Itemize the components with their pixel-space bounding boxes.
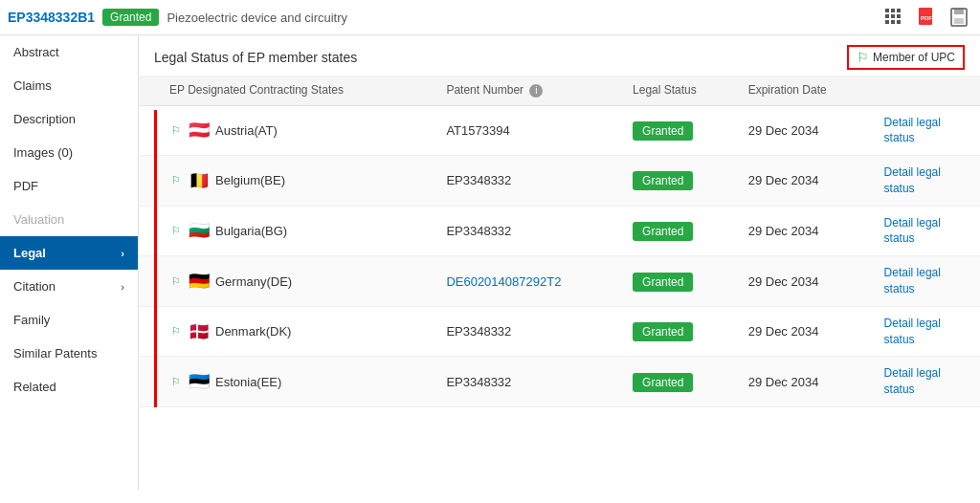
granted-status-badge: Granted: [633, 322, 693, 341]
sidebar-item-similar-patents[interactable]: Similar Patents: [0, 337, 138, 370]
legal-status-cell: Granted: [623, 206, 739, 256]
sidebar-item-description[interactable]: Description: [0, 102, 138, 136]
legal-status-cell: Granted: [623, 105, 739, 156]
granted-badge: Granted: [102, 9, 159, 26]
svg-rect-6: [885, 20, 889, 24]
country-flag: 🇧🇬: [189, 220, 210, 241]
upc-badge: ⚐ Member of UPC: [847, 45, 965, 70]
legal-status-cell: Granted: [623, 256, 739, 307]
sidebar-item-pdf[interactable]: PDF: [0, 169, 138, 203]
sidebar-item-related[interactable]: Related: [0, 370, 138, 404]
svg-rect-2: [897, 9, 901, 12]
sidebar-label-images: Images (0): [13, 145, 73, 160]
detail-link-cell[interactable]: Detail legalstatus: [875, 156, 980, 207]
col-header-patent-number: Patent Number i: [436, 76, 623, 105]
sidebar-label-similar-patents: Similar Patents: [13, 346, 97, 361]
pdf-icon[interactable]: PDF: [913, 4, 940, 31]
granted-status-badge: Granted: [633, 222, 693, 241]
sidebar-item-citation[interactable]: Citation ›: [0, 270, 138, 303]
header-icons: PDF: [880, 4, 972, 31]
svg-rect-7: [891, 20, 895, 24]
country-cell: ⚐🇪🇪Estonia(EE): [139, 357, 436, 407]
svg-rect-5: [897, 14, 901, 18]
sidebar-label-related: Related: [13, 380, 56, 394]
sidebar-item-legal[interactable]: Legal ›: [0, 236, 138, 270]
detail-legal-status-link[interactable]: Detail legalstatus: [884, 165, 941, 195]
sidebar-item-family[interactable]: Family: [0, 303, 138, 337]
patent-number-cell[interactable]: DE602014087292T2: [436, 256, 623, 307]
legal-status-cell: Granted: [623, 306, 739, 357]
patent-number-cell: EP3348332: [436, 206, 623, 256]
upc-marker-icon: ⚐: [171, 325, 181, 338]
sidebar-item-claims[interactable]: Claims: [0, 69, 138, 102]
table-row: ⚐🇩🇰Denmark(DK)EP3348332Granted29 Dec 203…: [139, 306, 980, 357]
main-content: Legal Status of EP member states ⚐ Membe…: [139, 35, 980, 491]
sidebar-label-pdf: PDF: [13, 179, 38, 193]
detail-legal-status-link[interactable]: Detail legalstatus: [884, 366, 941, 396]
country-cell: ⚐🇦🇹Austria(AT): [139, 105, 436, 156]
country-flag: 🇪🇪: [189, 371, 210, 392]
expiration-date: 29 Dec 2034: [748, 375, 819, 389]
country-cell: ⚐🇩🇪Germany(DE): [139, 256, 436, 307]
patent-id: EP3348332B1: [8, 10, 95, 25]
col-header-legal-status: Legal Status: [623, 76, 739, 105]
detail-legal-status-link[interactable]: Detail legalstatus: [884, 266, 941, 295]
detail-link-cell[interactable]: Detail legalstatus: [875, 256, 980, 307]
expiration-cell: 29 Dec 2034: [739, 156, 875, 207]
legal-status-cell: Granted: [623, 357, 739, 407]
sidebar-item-images[interactable]: Images (0): [0, 136, 138, 169]
upc-marker-icon: ⚐: [171, 124, 181, 137]
expiration-cell: 29 Dec 2034: [739, 206, 875, 256]
patent-number-cell: EP3348332: [436, 156, 623, 207]
svg-rect-8: [897, 20, 901, 24]
sidebar-item-valuation[interactable]: Valuation: [0, 203, 138, 236]
main-header: Legal Status of EP member states ⚐ Membe…: [139, 35, 980, 76]
country-cell: ⚐🇧🇬Bulgaria(BG): [139, 206, 436, 256]
main-title: Legal Status of EP member states: [154, 50, 357, 65]
info-icon[interactable]: i: [529, 84, 543, 98]
grid-icon[interactable]: [880, 4, 907, 31]
country-cell: ⚐🇩🇰Denmark(DK): [139, 306, 436, 357]
upc-marker-icon: ⚐: [171, 376, 181, 388]
sidebar-item-abstract[interactable]: Abstract: [0, 35, 138, 69]
expiration-date: 29 Dec 2034: [748, 224, 819, 238]
sidebar: Abstract Claims Description Images (0) P…: [0, 35, 139, 491]
detail-link-cell[interactable]: Detail legalstatus: [875, 206, 980, 256]
upc-flag-icon: ⚐: [857, 50, 869, 65]
detail-link-cell[interactable]: Detail legalstatus: [875, 306, 980, 357]
upc-marker-icon: ⚐: [171, 174, 181, 186]
upc-marker-icon: ⚐: [171, 225, 181, 237]
country-name: Denmark(DK): [215, 324, 291, 339]
svg-rect-12: [954, 9, 964, 14]
legal-status-table-container: EP Designated Contracting States Patent …: [139, 76, 980, 407]
page-header: EP3348332B1 Granted Piezoelectric device…: [0, 0, 980, 35]
country-name: Belgium(BE): [215, 173, 285, 187]
detail-legal-status-link[interactable]: Detail legalstatus: [884, 317, 941, 346]
legal-status-table: EP Designated Contracting States Patent …: [139, 76, 980, 407]
detail-link-cell[interactable]: Detail legalstatus: [875, 105, 980, 156]
expiration-cell: 29 Dec 2034: [739, 306, 875, 357]
save-icon[interactable]: [946, 4, 972, 31]
patent-number: EP3348332: [446, 324, 511, 339]
detail-link-cell[interactable]: Detail legalstatus: [875, 357, 980, 407]
country-cell: ⚐🇧🇪Belgium(BE): [139, 156, 436, 207]
chevron-right-icon: ›: [121, 248, 124, 259]
upc-label: Member of UPC: [873, 51, 955, 64]
svg-rect-13: [954, 18, 964, 24]
svg-rect-0: [885, 9, 889, 12]
red-border-indicator: [154, 110, 157, 407]
sidebar-label-valuation: Valuation: [13, 212, 64, 227]
sidebar-label-abstract: Abstract: [13, 45, 59, 59]
col-header-country: EP Designated Contracting States: [139, 76, 436, 105]
col-header-detail: [875, 76, 980, 105]
country-flag: 🇩🇰: [189, 321, 210, 342]
patent-number-link[interactable]: DE602014087292T2: [446, 274, 561, 289]
granted-status-badge: Granted: [633, 171, 693, 190]
patent-number: EP3348332: [446, 173, 511, 187]
expiration-date: 29 Dec 2034: [748, 173, 819, 187]
detail-legal-status-link[interactable]: Detail legalstatus: [884, 116, 941, 145]
expiration-date: 29 Dec 2034: [748, 274, 819, 289]
detail-legal-status-link[interactable]: Detail legalstatus: [884, 216, 941, 246]
expiration-cell: 29 Dec 2034: [739, 105, 875, 156]
patent-number: EP3348332: [446, 224, 511, 238]
